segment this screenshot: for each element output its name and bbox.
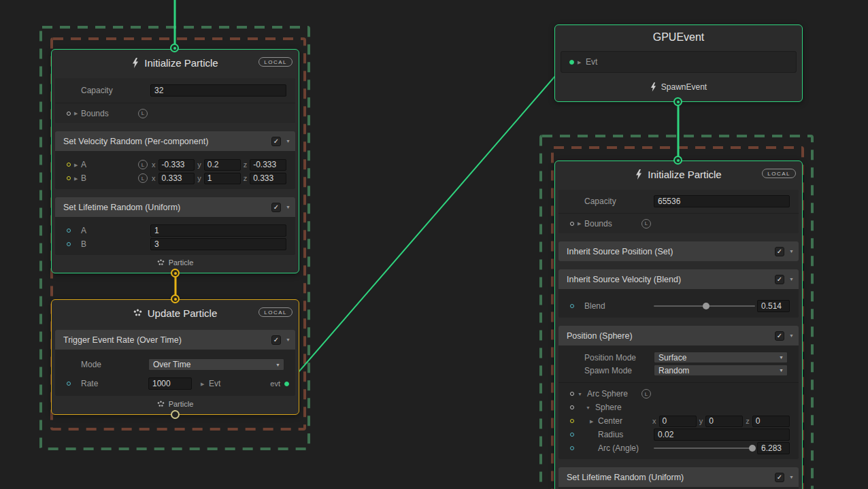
flow-port-update-input[interactable] [171, 294, 180, 303]
collapse-chevron-icon[interactable]: ▼ [789, 277, 794, 282]
block-enabled-checkbox[interactable]: ✓ [775, 247, 784, 256]
flow-port-gpuevent-output[interactable] [673, 97, 682, 106]
fold-closed-icon[interactable]: ▶ [74, 176, 78, 181]
block-enabled-checkbox[interactable]: ✓ [775, 275, 784, 284]
arc-angle-slider-handle[interactable] [749, 445, 756, 452]
fold-closed-icon[interactable]: ▶ [578, 60, 581, 65]
arc-sphere-port[interactable] [570, 392, 574, 396]
radius-row: Radius 0.02 [558, 428, 799, 441]
rate-field[interactable]: 1000 [148, 377, 192, 390]
b-z-field[interactable]: 0.333 [250, 173, 286, 184]
collapse-chevron-icon[interactable]: ▼ [286, 337, 290, 342]
block-header[interactable]: Position (Sphere) ✓ ▼ [558, 326, 799, 345]
y-axis-label: y [197, 161, 201, 169]
a-z-field[interactable]: -0.333 [250, 159, 286, 171]
local-space-badge[interactable]: L [641, 219, 651, 229]
local-space-badge[interactable]: L [138, 109, 148, 118]
node-header[interactable]: Update Particle LOCAL [52, 300, 299, 326]
radius-field[interactable]: 0.02 [654, 428, 790, 441]
node-title: GPUEvent [653, 31, 705, 44]
capacity-field[interactable]: 32 [150, 84, 286, 97]
local-space-badge[interactable]: L [138, 173, 148, 183]
block-title: Set Lifetime Random (Uniform) [63, 203, 271, 212]
b-x-field[interactable]: 0.333 [158, 173, 195, 184]
capacity-field[interactable]: 65536 [654, 195, 790, 207]
fold-closed-icon[interactable]: ▶ [590, 419, 593, 424]
blend-slider-handle[interactable] [703, 303, 710, 309]
fold-closed-icon[interactable]: ▶ [74, 163, 78, 167]
y-axis-label: y [197, 174, 201, 182]
arc-angle-slider[interactable] [654, 448, 755, 449]
evt-output-port[interactable] [284, 382, 289, 386]
blend-label: Blend [584, 301, 605, 311]
node-gpuevent[interactable]: GPUEvent ▶ Evt SpawnEvent [554, 24, 803, 102]
block-enabled-checkbox[interactable]: ✓ [271, 203, 281, 212]
a-port[interactable] [67, 229, 71, 233]
arc-angle-field[interactable]: 6.283 [757, 442, 790, 454]
local-badge: LOCAL [762, 169, 796, 178]
fold-closed-icon[interactable]: ▶ [74, 111, 78, 116]
position-mode-dropdown[interactable]: Surface ▼ [654, 352, 788, 363]
block-enabled-checkbox[interactable]: ✓ [271, 335, 281, 345]
block-header[interactable]: Inherit Source Velocity (Blend) ✓ ▼ [558, 269, 799, 289]
collapse-chevron-icon[interactable]: ▼ [286, 205, 290, 209]
sphere-port[interactable] [570, 405, 574, 409]
center-port[interactable] [570, 419, 574, 423]
mode-label: Mode [81, 360, 101, 369]
fold-open-icon[interactable]: ▼ [586, 405, 590, 410]
node-header[interactable]: Initialize Particle LOCAL [555, 161, 802, 187]
blend-slider[interactable] [654, 305, 755, 307]
node-initialize-particle-left[interactable]: Initialize Particle LOCAL Capacity 32 ▶ … [51, 49, 299, 273]
collapse-chevron-icon[interactable]: ▼ [286, 139, 290, 144]
radius-port[interactable] [570, 433, 574, 437]
block-enabled-checkbox[interactable]: ✓ [775, 473, 784, 482]
vfx-graph-canvas[interactable]: Initialize Particle LOCAL Capacity 32 ▶ … [0, 0, 868, 489]
collapse-chevron-icon[interactable]: ▼ [789, 249, 794, 254]
block-header[interactable]: Set Velocity Random (Per-component) ✓ ▼ [55, 131, 295, 151]
block-header[interactable]: Inherit Source Position (Set) ✓ ▼ [558, 241, 799, 261]
block-header[interactable]: Set Lifetime Random (Uniform) ✓ ▼ [558, 467, 799, 487]
blend-port[interactable] [570, 304, 574, 308]
fold-open-icon[interactable]: ▼ [578, 392, 582, 397]
collapse-chevron-icon[interactable]: ▼ [789, 333, 794, 338]
bounds-port[interactable] [67, 112, 71, 116]
node-header[interactable]: Initialize Particle LOCAL [52, 50, 299, 75]
block-body: A 1 B 3 [55, 217, 295, 255]
a-field[interactable]: 1 [150, 224, 286, 237]
flow-port-right-init-input[interactable] [673, 156, 682, 165]
flow-port-update-output[interactable] [171, 410, 180, 419]
block-header[interactable]: Trigger Event Rate (Over Time) ✓ ▼ [55, 330, 295, 350]
spawn-mode-dropdown[interactable]: Random ▼ [654, 365, 788, 376]
flow-port-left-init-output[interactable] [171, 269, 180, 277]
edge-evt-to-gpuevent[interactable] [289, 61, 568, 383]
block-header[interactable]: Set Lifetime Random (Uniform) ✓ ▼ [55, 197, 295, 217]
fold-closed-icon[interactable]: ▶ [578, 221, 581, 226]
rate-port[interactable] [67, 382, 71, 386]
center-x-field[interactable]: 0 [659, 416, 697, 427]
local-space-badge[interactable]: L [138, 160, 148, 169]
b-port[interactable] [67, 176, 71, 180]
collapse-chevron-icon[interactable]: ▼ [789, 475, 794, 479]
mode-dropdown[interactable]: Over Time ▼ [148, 358, 284, 371]
b-y-field[interactable]: 1 [204, 173, 241, 184]
flow-port-left-init-input[interactable] [170, 44, 179, 52]
arc-angle-port[interactable] [570, 446, 574, 450]
node-initialize-particle-right[interactable]: Initialize Particle LOCAL Capacity 65536… [554, 161, 803, 489]
node-header[interactable]: GPUEvent [555, 25, 802, 50]
lightning-icon [635, 169, 642, 180]
a-y-field[interactable]: 0.2 [204, 159, 241, 171]
b-port[interactable] [67, 242, 71, 246]
blend-field[interactable]: 0.514 [757, 300, 790, 312]
bounds-port[interactable] [570, 222, 574, 226]
block-enabled-checkbox[interactable]: ✓ [775, 331, 784, 341]
evt-input-port[interactable] [569, 60, 574, 65]
local-space-badge[interactable]: L [641, 389, 651, 399]
b-field[interactable]: 3 [150, 238, 286, 250]
a-x-field[interactable]: -0.333 [158, 159, 195, 171]
center-y-field[interactable]: 0 [705, 416, 743, 427]
node-update-particle[interactable]: Update Particle LOCAL Trigger Event Rate… [51, 299, 299, 415]
a-port[interactable] [67, 163, 71, 167]
fold-closed-icon[interactable]: ▶ [201, 382, 204, 386]
block-enabled-checkbox[interactable]: ✓ [271, 137, 281, 146]
center-z-field[interactable]: 0 [752, 416, 790, 427]
